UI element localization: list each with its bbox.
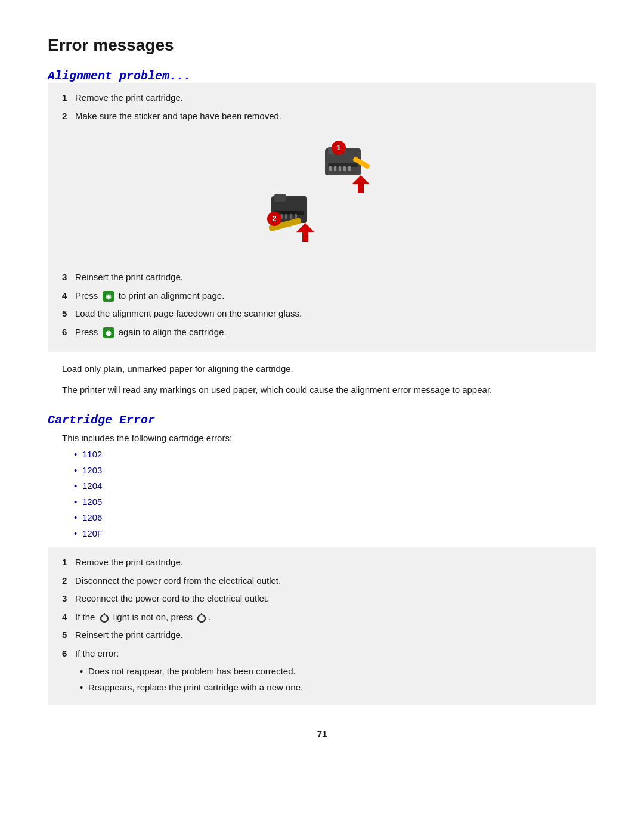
cartridge-error-steps-box: 1 Remove the print cartridge. 2 Disconne… bbox=[48, 547, 596, 705]
alignment-notes: Load only plain, unmarked paper for alig… bbox=[48, 352, 596, 407]
error-code-1204: 1204 bbox=[74, 479, 582, 493]
cartridge-error-steps-list: 1 Remove the print cartridge. 2 Disconne… bbox=[62, 556, 582, 660]
error-codes-list: 1102 1203 1204 1205 1206 120F bbox=[74, 448, 582, 540]
step-6: 6 Press ◉ again to align the cartridge. bbox=[62, 326, 582, 339]
alignment-note-1: Load only plain, unmarked paper for alig… bbox=[62, 359, 582, 380]
svg-marker-9 bbox=[352, 175, 370, 193]
svg-marker-19 bbox=[296, 223, 314, 242]
svg-rect-16 bbox=[290, 214, 292, 219]
page-title: Error messages bbox=[48, 36, 596, 58]
step-2: 2 Make sure the sticker and tape have be… bbox=[62, 110, 582, 123]
cartridge-error-section: Cartridge Error This includes the follow… bbox=[48, 413, 596, 705]
alignment-steps-list-2: 3 Reinsert the print cartridge. 4 Press … bbox=[62, 271, 582, 339]
cartridge-error-sub-list: Does not reappear, the problem has been … bbox=[80, 665, 582, 694]
cartridge-step-6: 6 If the error: bbox=[62, 647, 582, 661]
error-code-1205: 1205 bbox=[74, 496, 582, 509]
cartridge-error-intro: This includes the following cartridge er… bbox=[48, 427, 596, 547]
diagram-circle-1: 1 bbox=[332, 141, 346, 155]
error-code-1206: 1206 bbox=[74, 511, 582, 525]
cartridge-step-5: 5 Reinsert the print cartridge. bbox=[62, 628, 582, 642]
cartridge-step-2: 2 Disconnect the power cord from the ele… bbox=[62, 574, 582, 588]
cartridge-error-heading: Cartridge Error bbox=[48, 413, 596, 427]
cartridge-diagram: 1 bbox=[62, 128, 582, 271]
svg-rect-2 bbox=[328, 163, 358, 167]
svg-rect-15 bbox=[285, 214, 287, 219]
step-1: 1 Remove the print cartridge. bbox=[62, 91, 582, 105]
step-3: 3 Reinsert the print cartridge. bbox=[62, 271, 582, 284]
step-4: 4 Press ◉ to print an alignment page. bbox=[62, 289, 582, 303]
cartridge-step-4: 4 If the light is not on, press . bbox=[62, 611, 582, 624]
svg-rect-11 bbox=[274, 194, 286, 202]
diagram-container: 1 bbox=[262, 140, 382, 259]
error-code-120f: 120F bbox=[74, 527, 582, 541]
power-icon-2 bbox=[196, 612, 207, 623]
svg-rect-7 bbox=[348, 166, 351, 171]
diagram-circle-2: 2 bbox=[267, 212, 281, 226]
alignment-heading: Alignment problem... bbox=[48, 69, 596, 83]
svg-rect-4 bbox=[334, 166, 336, 171]
svg-rect-17 bbox=[295, 214, 297, 219]
page-number: 71 bbox=[48, 729, 596, 739]
cartridge-sub-item-1: Does not reappear, the problem has been … bbox=[80, 665, 582, 679]
cartridge-step-3: 3 Reconnect the power cord to the electr… bbox=[62, 592, 582, 606]
svg-rect-5 bbox=[339, 166, 341, 171]
print-button-icon-1: ◉ bbox=[103, 291, 114, 302]
svg-rect-3 bbox=[329, 166, 332, 171]
cartridge-1-icon bbox=[322, 145, 376, 193]
alignment-section: Alignment problem... 1 Remove the print … bbox=[48, 69, 596, 407]
alignment-note-2: The printer will read any markings on us… bbox=[62, 380, 582, 401]
error-code-1203: 1203 bbox=[74, 464, 582, 478]
cartridge-error-intro-text: This includes the following cartridge er… bbox=[62, 433, 582, 443]
power-icon-1 bbox=[99, 612, 110, 623]
alignment-steps-box: 1 Remove the print cartridge. 2 Make sur… bbox=[48, 83, 596, 352]
step-5: 5 Load the alignment page facedown on th… bbox=[62, 307, 582, 321]
error-code-1102: 1102 bbox=[74, 448, 582, 462]
svg-rect-6 bbox=[343, 166, 346, 171]
cartridge-step-1: 1 Remove the print cartridge. bbox=[62, 556, 582, 569]
cartridge-sub-item-2: Reappears, replace the print cartridge w… bbox=[80, 681, 582, 695]
alignment-steps-list-1: 1 Remove the print cartridge. 2 Make sur… bbox=[62, 91, 582, 123]
print-button-icon-2: ◉ bbox=[103, 327, 114, 338]
